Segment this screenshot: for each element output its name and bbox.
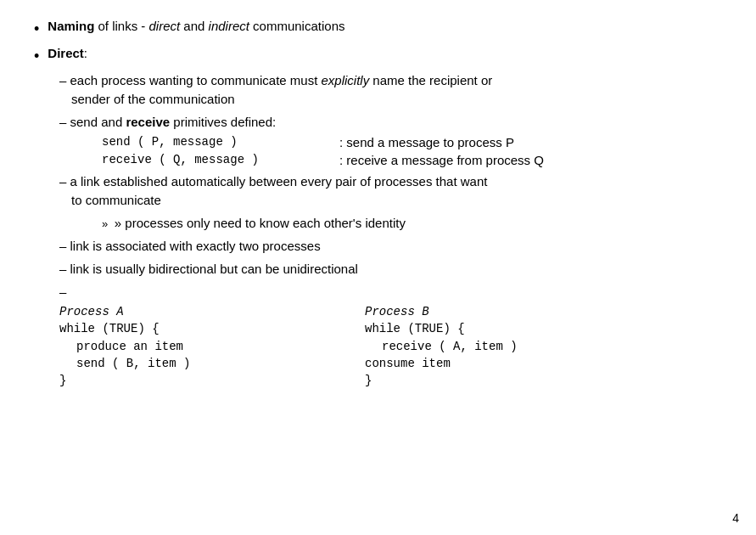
text-each1: each process wanting to communicate must: [66, 73, 321, 87]
process-a-column: Process A while (TRUE) { produce an item…: [59, 303, 365, 389]
naming-text2: and: [180, 19, 208, 33]
send-p-label: send ( P, message ): [102, 135, 339, 149]
text-link-assoc: link is associated with exactly two proc…: [66, 239, 320, 253]
line-each-process: – each process wanting to communicate mu…: [59, 71, 722, 109]
text-link2: to communicate: [71, 193, 161, 207]
while-true-b: while (TRUE) {: [365, 320, 697, 337]
naming-italic2: indirect: [209, 19, 249, 33]
naming-text3: communications: [249, 19, 345, 33]
line-link-associated: – link is associated with exactly two pr…: [59, 237, 722, 256]
send-p-row: send ( P, message ) : send a message to …: [102, 135, 722, 149]
text-link-bidir: link is usually bidirectional but can be…: [66, 262, 358, 276]
bullet-direct-content: Direct:: [48, 44, 722, 63]
text-send2: primitives defined:: [170, 115, 276, 129]
receive-q-desc: : receive a message from process Q: [339, 153, 544, 167]
chevron-text: » processes only need to know each other…: [115, 216, 406, 230]
slide-container: • Naming of links - direct and indirect …: [0, 0, 756, 535]
consume-item: consume item: [365, 355, 697, 372]
line-link-established: – a link established automatically betwe…: [59, 172, 722, 210]
bullet-dot-naming: •: [34, 18, 39, 40]
while-true-a: while (TRUE) {: [59, 320, 365, 337]
send-b: send ( B, item ): [76, 355, 365, 372]
process-a-label: Process A: [59, 303, 365, 320]
dash6: –: [59, 284, 66, 299]
close-brace-b: }: [365, 372, 697, 389]
process-b-column: Process B while (TRUE) { receive ( A, it…: [365, 303, 697, 389]
receive-q-row: receive ( Q, message ) : receive a messa…: [102, 153, 722, 167]
bullet-direct: • Direct:: [34, 44, 722, 67]
text-each3: sender of the communication: [71, 92, 235, 106]
line-send-receive: – send and receive primitives defined:: [59, 113, 722, 132]
naming-italic1: direct: [149, 19, 181, 33]
send-p-desc: : send a message to process P: [339, 135, 514, 149]
close-brace-a: }: [59, 372, 365, 389]
text-send1: send and: [66, 115, 126, 129]
bullet-dot-direct: •: [34, 45, 39, 67]
naming-text1: of links -: [94, 19, 148, 33]
explicitly-italic: explicitly: [321, 73, 369, 87]
line-link-bidirectional: – link is usually bidirectional but can …: [59, 260, 722, 279]
chevron-symbol: »: [102, 217, 111, 230]
direct-bold: Direct: [48, 46, 84, 60]
produce-item: produce an item: [76, 338, 365, 355]
naming-bold: Naming: [48, 19, 94, 33]
page-number: 4: [732, 511, 739, 525]
process-code-block: – Process A while (TRUE) { produce an it…: [59, 283, 722, 389]
text-each2: name the recipient or: [369, 73, 492, 87]
line-chevron: » » processes only need to know each oth…: [102, 214, 722, 233]
direct-text: :: [84, 46, 87, 60]
bullet-naming: • Naming of links - direct and indirect …: [34, 17, 722, 40]
receive-q-label: receive ( Q, message ): [102, 153, 339, 167]
receive-ab: receive ( A, item ): [382, 338, 697, 355]
process-b-label: Process B: [365, 303, 697, 320]
receive-bold: receive: [126, 115, 170, 129]
text-link1: a link established automatically between…: [66, 174, 487, 189]
bullet-naming-content: Naming of links - direct and indirect co…: [48, 17, 722, 36]
